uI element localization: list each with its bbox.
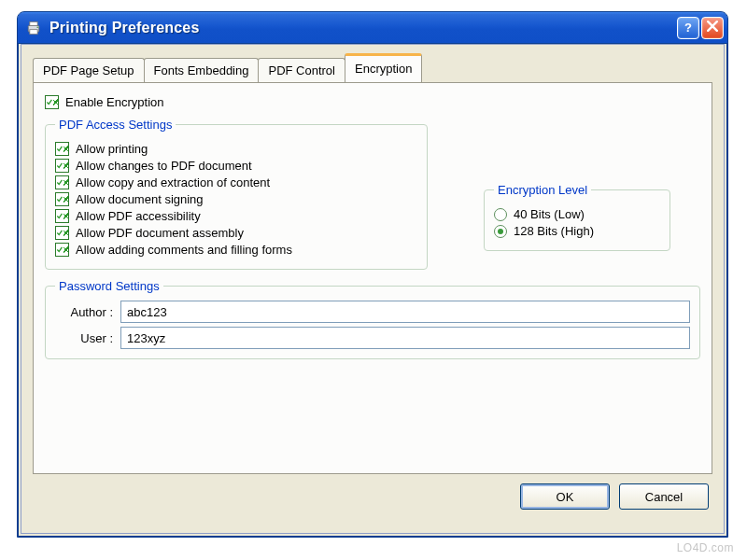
cancel-button[interactable]: Cancel [619, 483, 709, 510]
enable-encryption-row: Enable Encryption [45, 95, 700, 109]
user-label: User : [55, 331, 120, 345]
svg-rect-2 [30, 29, 37, 34]
password-settings-group: Password Settings Author : User : [45, 279, 700, 359]
allow-signing-checkbox[interactable] [55, 192, 69, 206]
cancel-label: Cancel [645, 490, 683, 504]
titlebar[interactable]: Printing Preferences ? [18, 12, 727, 44]
allow-copy-checkbox[interactable] [55, 175, 69, 189]
encryption-level-group: Encryption Level 40 Bits (Low) 128 Bits … [484, 183, 670, 251]
allow-printing-checkbox[interactable] [55, 142, 69, 156]
allow-signing-label: Allow document signing [76, 192, 204, 206]
window-title: Printing Preferences [49, 20, 675, 36]
tab-label: PDF Page Setup [43, 63, 134, 77]
tab-panel-encryption: Enable Encryption PDF Access Settings Al… [33, 82, 712, 474]
svg-rect-1 [30, 21, 37, 25]
svg-point-3 [36, 26, 37, 28]
allow-accessibility-label: Allow PDF accessibility [76, 209, 201, 223]
tab-label: Fonts Embedding [154, 63, 249, 77]
allow-accessibility-checkbox[interactable] [55, 209, 69, 223]
watermark-text: LO4D.com [677, 541, 734, 554]
ok-button[interactable]: OK [520, 483, 610, 510]
tab-label: PDF Control [268, 63, 335, 77]
allow-copy-label: Allow copy and extraction of content [76, 175, 270, 189]
encryption-40-radio[interactable] [494, 208, 507, 221]
allow-comments-checkbox[interactable] [55, 243, 69, 257]
encryption-40-label: 40 Bits (Low) [514, 207, 585, 221]
access-settings-group: PDF Access Settings Allow printing Allow… [45, 118, 428, 270]
enable-encryption-label: Enable Encryption [65, 95, 164, 109]
tab-strip: PDF Page Setup Fonts Embedding PDF Contr… [33, 56, 712, 82]
allow-printing-label: Allow printing [76, 142, 148, 156]
dialog-window: Printing Preferences ? PDF Page Setup Fo… [17, 11, 728, 538]
password-settings-legend: Password Settings [55, 279, 163, 293]
tab-encryption[interactable]: Encryption [345, 53, 422, 82]
tab-label: Encryption [355, 62, 412, 76]
enable-encryption-checkbox[interactable] [45, 95, 59, 109]
tab-page-setup[interactable]: PDF Page Setup [33, 58, 145, 83]
ok-label: OK [557, 490, 574, 504]
allow-changes-checkbox[interactable] [55, 159, 69, 173]
encryption-128-radio[interactable] [494, 225, 507, 238]
author-label: Author : [55, 305, 120, 319]
allow-assembly-checkbox[interactable] [55, 226, 69, 240]
encryption-128-label: 128 Bits (High) [514, 224, 594, 238]
allow-assembly-label: Allow PDF document assembly [76, 226, 244, 240]
encryption-columns: PDF Access Settings Allow printing Allow… [45, 112, 700, 270]
user-input[interactable] [120, 327, 690, 349]
printer-icon [23, 18, 44, 38]
button-bar: OK Cancel [33, 483, 712, 510]
encryption-level-legend: Encryption Level [494, 183, 591, 197]
close-button[interactable] [701, 17, 724, 39]
allow-changes-label: Allow changes to PDF document [76, 159, 252, 173]
tab-fonts-embedding[interactable]: Fonts Embedding [144, 58, 260, 83]
allow-comments-label: Allow adding comments and filling forms [76, 243, 292, 257]
tab-pdf-control[interactable]: PDF Control [258, 58, 345, 83]
access-settings-legend: PDF Access Settings [55, 118, 176, 132]
author-input[interactable] [120, 301, 690, 323]
client-area: PDF Page Setup Fonts Embedding PDF Contr… [21, 44, 725, 534]
close-icon [707, 21, 718, 35]
help-button[interactable]: ? [677, 17, 699, 39]
help-icon: ? [684, 21, 692, 35]
